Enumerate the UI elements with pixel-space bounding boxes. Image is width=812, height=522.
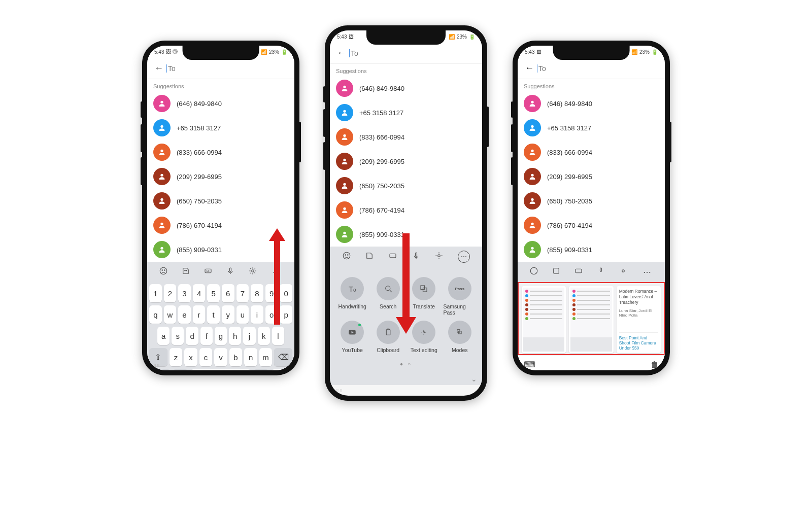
key-p[interactable]: p xyxy=(280,305,292,324)
key-0[interactable]: 0 xyxy=(280,284,292,302)
key-1[interactable]: 1 xyxy=(149,284,162,302)
contact-row[interactable]: (833) 666-0994 xyxy=(518,140,665,164)
clipboard-item-screenshot[interactable]: 4782780003 xyxy=(569,286,613,353)
more-icon[interactable]: ⋯ xyxy=(270,266,283,278)
key-n[interactable]: n xyxy=(244,348,257,366)
to-input[interactable] xyxy=(537,64,661,73)
key-3[interactable]: 3 xyxy=(178,284,191,302)
key-y[interactable]: y xyxy=(222,305,234,324)
gear-icon[interactable] xyxy=(248,266,257,277)
contact-row[interactable]: (855) 909-0331 xyxy=(518,237,665,262)
key-7[interactable]: 7 xyxy=(236,284,249,302)
key-4[interactable]: 4 xyxy=(193,284,206,302)
backspace-key[interactable]: ⌫ xyxy=(274,348,292,366)
contact-row[interactable]: (650) 750-2035 xyxy=(518,189,665,213)
key-w[interactable]: w xyxy=(164,305,177,324)
tool-clipboard[interactable]: Clipboard xyxy=(372,321,405,353)
key-5[interactable]: 5 xyxy=(207,284,220,302)
tool-samsung-pass[interactable]: PassSamsung Pass xyxy=(444,277,477,316)
contact-row[interactable]: (650) 750-2035 xyxy=(330,173,482,198)
emoji-icon[interactable] xyxy=(342,251,351,262)
key-g[interactable]: g xyxy=(215,327,227,345)
to-input[interactable] xyxy=(166,64,290,73)
key-k[interactable]: k xyxy=(258,327,270,345)
key-i[interactable]: i xyxy=(251,305,263,324)
key-v[interactable]: v xyxy=(214,348,227,366)
more-icon[interactable]: ⋯ xyxy=(641,266,653,278)
contact-row[interactable]: (646) 849-9840 xyxy=(147,91,294,116)
sticker-icon[interactable] xyxy=(552,266,561,277)
space-key[interactable]: English (US) xyxy=(190,369,252,370)
contact-row[interactable]: +65 3158 3127 xyxy=(330,100,482,125)
key-j[interactable]: j xyxy=(243,327,255,345)
key-h[interactable]: h xyxy=(229,327,241,345)
emoji-icon[interactable] xyxy=(529,266,538,277)
contact-row[interactable]: (786) 670-4194 xyxy=(147,213,294,237)
emoji-icon[interactable] xyxy=(159,266,168,277)
tool-search[interactable]: Search xyxy=(372,277,405,316)
contact-row[interactable]: (855) 909-0331 xyxy=(330,222,482,247)
back-icon[interactable]: ← xyxy=(522,61,537,76)
tool-handwriting[interactable]: ToHandwriting xyxy=(336,277,369,316)
mic-icon[interactable] xyxy=(596,266,605,277)
key-f[interactable]: f xyxy=(200,327,213,345)
key-c[interactable]: c xyxy=(199,348,213,366)
key-l[interactable]: l xyxy=(272,327,284,345)
clipboard-item-screenshot[interactable]: Canon IXUS xyxy=(522,286,566,353)
contact-row[interactable]: (650) 750-2035 xyxy=(147,189,294,213)
mic-icon[interactable] xyxy=(412,251,421,262)
contact-row[interactable]: (833) 666-0994 xyxy=(330,125,482,149)
gif-icon[interactable] xyxy=(388,251,397,262)
gear-icon[interactable] xyxy=(434,251,444,262)
contact-row[interactable]: +65 3158 3127 xyxy=(147,116,294,140)
key-s[interactable]: s xyxy=(172,327,184,345)
key-r[interactable]: r xyxy=(193,305,206,324)
key-t[interactable]: t xyxy=(207,305,220,324)
key-m[interactable]: m xyxy=(259,348,273,366)
key-a[interactable]: a xyxy=(157,327,170,345)
key-d[interactable]: d xyxy=(186,327,198,345)
keyboard[interactable]: 1234567890 qwertyuiop asdfghjkl ⇧ zxcvbn… xyxy=(147,282,294,370)
tool-translate[interactable]: Translate xyxy=(408,277,441,316)
clipboard-item-text[interactable]: Modern Romance – Latin Lovers' Anal Trea… xyxy=(617,286,661,353)
contact-row[interactable]: (855) 909-0331 xyxy=(147,237,294,262)
back-icon[interactable]: ← xyxy=(334,46,349,60)
done-key[interactable]: Done xyxy=(271,369,292,370)
mic-icon[interactable] xyxy=(226,266,235,277)
key-8[interactable]: 8 xyxy=(251,284,263,302)
contact-row[interactable]: (646) 849-9840 xyxy=(518,91,665,116)
key-2[interactable]: 2 xyxy=(164,284,177,302)
period-key[interactable]: . xyxy=(253,369,268,370)
key-u[interactable]: u xyxy=(236,305,249,324)
contact-row[interactable]: (209) 299-6995 xyxy=(518,164,665,189)
key-o[interactable]: o xyxy=(265,305,278,324)
contact-row[interactable]: +65 3158 3127 xyxy=(518,116,665,140)
contact-row[interactable]: (786) 670-4194 xyxy=(330,198,482,222)
more-icon[interactable]: ⋯ xyxy=(458,251,470,263)
key-b[interactable]: b xyxy=(229,348,243,366)
key-9[interactable]: 9 xyxy=(265,284,278,302)
back-icon[interactable]: ← xyxy=(151,61,166,76)
to-input[interactable] xyxy=(349,49,478,57)
key-e[interactable]: e xyxy=(178,305,191,324)
gif-icon[interactable]: GIF xyxy=(204,266,213,277)
comma-key[interactable]: , xyxy=(173,369,188,370)
tool-text-editing[interactable]: Text editing xyxy=(408,321,441,353)
tool-youtube[interactable]: YouTube xyxy=(336,321,369,353)
contact-row[interactable]: (833) 666-0994 xyxy=(147,140,294,164)
sym-key[interactable]: !#1 xyxy=(149,369,171,370)
tool-modes[interactable]: Modes xyxy=(444,321,477,353)
trash-icon[interactable]: 🗑 xyxy=(651,360,659,369)
keyboard-icon[interactable]: ⌨ xyxy=(524,360,535,369)
contact-row[interactable]: (786) 670-4194 xyxy=(518,213,665,237)
sticker-icon[interactable] xyxy=(181,266,190,277)
contact-row[interactable]: (646) 849-9840 xyxy=(330,76,482,100)
contact-row[interactable]: (209) 299-6995 xyxy=(147,164,294,189)
gif-icon[interactable] xyxy=(574,266,583,277)
key-z[interactable]: z xyxy=(170,348,183,366)
sticker-icon[interactable] xyxy=(365,251,374,262)
key-6[interactable]: 6 xyxy=(222,284,234,302)
key-x[interactable]: x xyxy=(184,348,197,366)
contact-row[interactable]: (209) 299-6995 xyxy=(330,149,482,173)
gear-icon[interactable] xyxy=(619,266,628,277)
